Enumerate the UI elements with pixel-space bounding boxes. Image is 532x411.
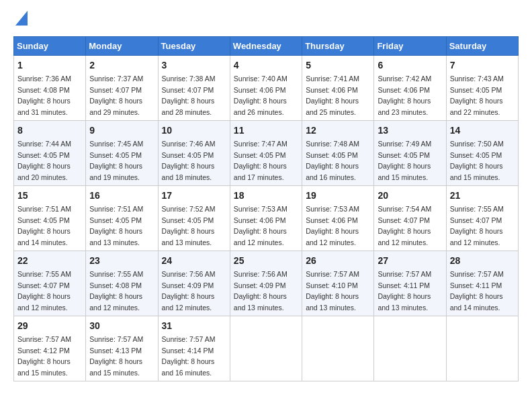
- day-number: 7: [450, 58, 515, 73]
- calendar-cell: 10 Sunrise: 7:46 AMSunset: 4:05 PMDaylig…: [158, 121, 230, 186]
- day-info: Sunrise: 7:51 AMSunset: 4:05 PMDaylight:…: [89, 205, 143, 246]
- weekday-header-thursday: Thursday: [302, 37, 374, 56]
- calendar-cell: 20 Sunrise: 7:54 AMSunset: 4:07 PMDaylig…: [374, 186, 446, 251]
- day-number: 16: [89, 189, 154, 203]
- day-number: 8: [17, 124, 82, 138]
- weekday-header-wednesday: Wednesday: [230, 37, 302, 56]
- svg-marker-0: [15, 11, 28, 26]
- day-number: 12: [306, 124, 370, 138]
- day-number: 20: [378, 189, 442, 203]
- day-number: 27: [378, 254, 442, 268]
- day-info: Sunrise: 7:48 AMSunset: 4:05 PMDaylight:…: [306, 140, 359, 181]
- calendar-week-5: 29 Sunrise: 7:57 AMSunset: 4:12 PMDaylig…: [14, 316, 519, 381]
- day-number: 21: [450, 189, 515, 203]
- calendar-cell: 28 Sunrise: 7:57 AMSunset: 4:11 PMDaylig…: [446, 251, 518, 316]
- calendar-cell: 29 Sunrise: 7:57 AMSunset: 4:12 PMDaylig…: [14, 316, 86, 381]
- calendar-cell: 17 Sunrise: 7:52 AMSunset: 4:05 PMDaylig…: [158, 186, 230, 251]
- calendar-cell: 19 Sunrise: 7:53 AMSunset: 4:06 PMDaylig…: [302, 186, 374, 251]
- day-number: 18: [234, 189, 298, 203]
- day-number: 24: [162, 254, 226, 268]
- calendar-cell: 11 Sunrise: 7:47 AMSunset: 4:05 PMDaylig…: [230, 121, 302, 186]
- day-info: Sunrise: 7:47 AMSunset: 4:05 PMDaylight:…: [234, 140, 287, 181]
- day-number: 30: [89, 319, 154, 333]
- day-info: Sunrise: 7:53 AMSunset: 4:06 PMDaylight:…: [306, 205, 359, 246]
- calendar-cell: 26 Sunrise: 7:57 AMSunset: 4:10 PMDaylig…: [302, 251, 374, 316]
- weekday-header-monday: Monday: [86, 37, 158, 56]
- day-info: Sunrise: 7:56 AMSunset: 4:09 PMDaylight:…: [162, 270, 216, 312]
- calendar-cell: 18 Sunrise: 7:53 AMSunset: 4:06 PMDaylig…: [230, 186, 302, 251]
- day-number: 26: [306, 254, 370, 268]
- day-info: Sunrise: 7:53 AMSunset: 4:06 PMDaylight:…: [234, 205, 287, 246]
- calendar-cell: 30 Sunrise: 7:57 AMSunset: 4:13 PMDaylig…: [86, 316, 158, 381]
- day-info: Sunrise: 7:45 AMSunset: 4:05 PMDaylight:…: [89, 140, 143, 181]
- weekday-header-saturday: Saturday: [446, 37, 518, 56]
- day-info: Sunrise: 7:50 AMSunset: 4:05 PMDaylight:…: [450, 140, 504, 181]
- day-number: 28: [450, 254, 515, 268]
- calendar-cell: [302, 316, 374, 381]
- day-info: Sunrise: 7:57 AMSunset: 4:13 PMDaylight:…: [89, 335, 143, 377]
- calendar-cell: 6 Sunrise: 7:42 AMSunset: 4:06 PMDayligh…: [374, 56, 446, 121]
- day-info: Sunrise: 7:52 AMSunset: 4:05 PMDaylight:…: [162, 205, 216, 246]
- calendar-cell: 5 Sunrise: 7:41 AMSunset: 4:06 PMDayligh…: [302, 56, 374, 121]
- header: [13, 11, 519, 31]
- calendar-cell: [230, 316, 302, 381]
- calendar-cell: [446, 316, 518, 381]
- day-info: Sunrise: 7:37 AMSunset: 4:07 PMDaylight:…: [89, 75, 143, 116]
- calendar-week-4: 22 Sunrise: 7:55 AMSunset: 4:07 PMDaylig…: [14, 251, 519, 316]
- day-info: Sunrise: 7:54 AMSunset: 4:07 PMDaylight:…: [378, 205, 431, 246]
- calendar-cell: 4 Sunrise: 7:40 AMSunset: 4:06 PMDayligh…: [230, 56, 302, 121]
- day-info: Sunrise: 7:43 AMSunset: 4:05 PMDaylight:…: [450, 75, 504, 116]
- day-number: 13: [378, 124, 442, 138]
- day-number: 15: [17, 189, 82, 203]
- day-info: Sunrise: 7:40 AMSunset: 4:06 PMDaylight:…: [234, 75, 287, 116]
- calendar-cell: 22 Sunrise: 7:55 AMSunset: 4:07 PMDaylig…: [14, 251, 86, 316]
- day-number: 11: [234, 124, 298, 138]
- logo: [13, 11, 28, 31]
- calendar-cell: 9 Sunrise: 7:45 AMSunset: 4:05 PMDayligh…: [86, 121, 158, 186]
- calendar-cell: 27 Sunrise: 7:57 AMSunset: 4:11 PMDaylig…: [374, 251, 446, 316]
- day-info: Sunrise: 7:57 AMSunset: 4:11 PMDaylight:…: [450, 270, 504, 312]
- day-info: Sunrise: 7:56 AMSunset: 4:09 PMDaylight:…: [234, 270, 287, 312]
- day-number: 14: [450, 124, 515, 138]
- weekday-header-friday: Friday: [374, 37, 446, 56]
- day-number: 9: [89, 124, 154, 138]
- calendar-week-3: 15 Sunrise: 7:51 AMSunset: 4:05 PMDaylig…: [14, 186, 519, 251]
- calendar-cell: 2 Sunrise: 7:37 AMSunset: 4:07 PMDayligh…: [86, 56, 158, 121]
- day-info: Sunrise: 7:41 AMSunset: 4:06 PMDaylight:…: [306, 75, 359, 116]
- day-info: Sunrise: 7:42 AMSunset: 4:06 PMDaylight:…: [378, 75, 431, 116]
- calendar-week-1: 1 Sunrise: 7:36 AMSunset: 4:08 PMDayligh…: [14, 56, 519, 121]
- calendar-cell: [374, 316, 446, 381]
- day-number: 2: [89, 58, 154, 73]
- day-info: Sunrise: 7:46 AMSunset: 4:05 PMDaylight:…: [162, 140, 216, 181]
- calendar-body: 1 Sunrise: 7:36 AMSunset: 4:08 PMDayligh…: [14, 56, 519, 381]
- day-info: Sunrise: 7:49 AMSunset: 4:05 PMDaylight:…: [378, 140, 431, 181]
- day-info: Sunrise: 7:57 AMSunset: 4:11 PMDaylight:…: [378, 270, 431, 312]
- calendar-cell: 21 Sunrise: 7:55 AMSunset: 4:07 PMDaylig…: [446, 186, 518, 251]
- calendar-cell: 14 Sunrise: 7:50 AMSunset: 4:05 PMDaylig…: [446, 121, 518, 186]
- calendar-week-2: 8 Sunrise: 7:44 AMSunset: 4:05 PMDayligh…: [14, 121, 519, 186]
- day-number: 17: [162, 189, 226, 203]
- day-info: Sunrise: 7:55 AMSunset: 4:07 PMDaylight:…: [17, 270, 71, 312]
- day-number: 4: [234, 58, 298, 73]
- calendar-cell: 12 Sunrise: 7:48 AMSunset: 4:05 PMDaylig…: [302, 121, 374, 186]
- calendar-cell: 13 Sunrise: 7:49 AMSunset: 4:05 PMDaylig…: [374, 121, 446, 186]
- day-info: Sunrise: 7:57 AMSunset: 4:10 PMDaylight:…: [306, 270, 359, 312]
- day-number: 5: [306, 58, 370, 73]
- day-info: Sunrise: 7:55 AMSunset: 4:08 PMDaylight:…: [89, 270, 143, 312]
- calendar-cell: 1 Sunrise: 7:36 AMSunset: 4:08 PMDayligh…: [14, 56, 86, 121]
- day-info: Sunrise: 7:36 AMSunset: 4:08 PMDaylight:…: [17, 75, 71, 116]
- calendar-cell: 24 Sunrise: 7:56 AMSunset: 4:09 PMDaylig…: [158, 251, 230, 316]
- day-info: Sunrise: 7:51 AMSunset: 4:05 PMDaylight:…: [17, 205, 71, 246]
- day-info: Sunrise: 7:55 AMSunset: 4:07 PMDaylight:…: [450, 205, 504, 246]
- logo-icon: [15, 11, 28, 26]
- calendar-cell: 25 Sunrise: 7:56 AMSunset: 4:09 PMDaylig…: [230, 251, 302, 316]
- calendar-page: SundayMondayTuesdayWednesdayThursdayFrid…: [0, 0, 532, 411]
- day-info: Sunrise: 7:44 AMSunset: 4:05 PMDaylight:…: [17, 140, 71, 181]
- calendar-cell: 23 Sunrise: 7:55 AMSunset: 4:08 PMDaylig…: [86, 251, 158, 316]
- calendar-cell: 16 Sunrise: 7:51 AMSunset: 4:05 PMDaylig…: [86, 186, 158, 251]
- day-number: 25: [234, 254, 298, 268]
- day-number: 3: [162, 58, 226, 73]
- calendar-cell: 3 Sunrise: 7:38 AMSunset: 4:07 PMDayligh…: [158, 56, 230, 121]
- calendar-cell: 31 Sunrise: 7:57 AMSunset: 4:14 PMDaylig…: [158, 316, 230, 381]
- calendar-cell: 8 Sunrise: 7:44 AMSunset: 4:05 PMDayligh…: [14, 121, 86, 186]
